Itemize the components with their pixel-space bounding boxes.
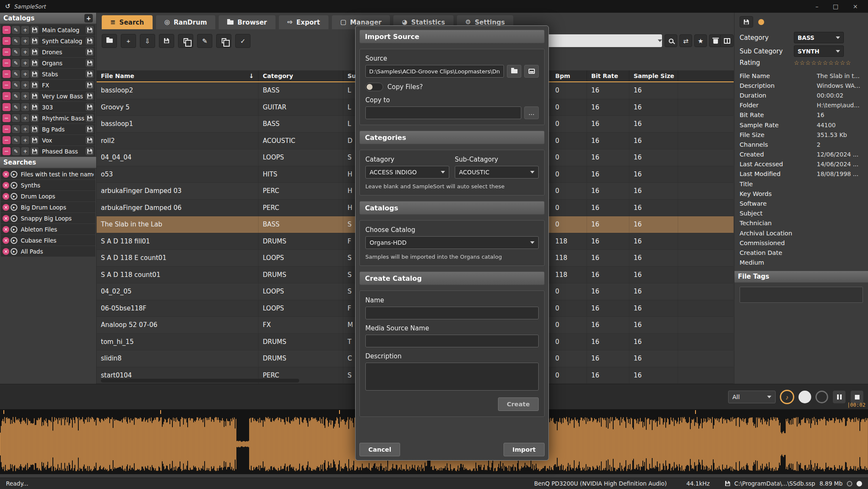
column-header-bitrate[interactable]: Bit Rate — [587, 70, 629, 81]
file-tags-box[interactable] — [740, 287, 863, 303]
saved-search-item[interactable]: ×▸Big Drum Loops — [1, 202, 95, 212]
catalog-export-icon[interactable] — [86, 125, 94, 133]
add-to-catalog-icon[interactable]: + — [21, 26, 29, 34]
catalog-item[interactable]: −✎+Vox — [1, 135, 95, 145]
edit-button[interactable]: ✎ — [197, 34, 212, 48]
dialog-subcategory-dropdown[interactable]: ACOUSTIC — [455, 166, 539, 179]
run-search-icon[interactable]: ▸ — [11, 248, 17, 255]
edit-catalog-icon[interactable]: ✎ — [12, 136, 20, 144]
catalog-export-icon[interactable] — [86, 26, 94, 34]
copy-to-browse-button[interactable]: … — [524, 106, 539, 119]
edit-catalog-icon[interactable]: ✎ — [12, 26, 20, 34]
add-to-catalog-icon[interactable]: + — [21, 114, 29, 122]
add-catalog-button[interactable]: + — [84, 14, 93, 22]
remove-catalog-icon[interactable]: − — [3, 125, 11, 133]
close-button[interactable]: × — [853, 3, 858, 10]
add-to-catalog-icon[interactable]: + — [21, 136, 29, 144]
save-catalog-icon[interactable] — [31, 103, 39, 111]
add-to-catalog-icon[interactable]: + — [21, 125, 29, 133]
catalog-export-icon[interactable] — [86, 59, 94, 67]
catalog-item[interactable]: −✎+Very Low Bass — [1, 91, 95, 101]
description-textarea[interactable] — [365, 363, 539, 391]
save-catalog-icon[interactable] — [31, 48, 39, 56]
tab-export[interactable]: ⇨Export — [279, 15, 328, 29]
rating-stars[interactable]: ☆☆☆☆☆☆☆☆☆☆ — [794, 59, 851, 66]
save-catalog-icon[interactable] — [31, 26, 39, 34]
remove-catalog-icon[interactable]: − — [3, 103, 11, 111]
run-search-icon[interactable]: ▸ — [11, 226, 17, 233]
remove-catalog-icon[interactable]: − — [3, 59, 11, 67]
pause-button[interactable] — [832, 390, 846, 404]
edit-catalog-icon[interactable]: ✎ — [12, 103, 20, 111]
cancel-button[interactable]: Cancel — [359, 443, 400, 456]
media-source-input[interactable] — [365, 335, 539, 347]
run-search-icon[interactable]: ▸ — [11, 204, 17, 211]
tab-search[interactable]: ≡Search — [102, 15, 153, 29]
catalog-item[interactable]: −✎+Stabs — [1, 69, 95, 79]
copy-to-input[interactable] — [365, 106, 521, 119]
browse-drive-button[interactable] — [524, 65, 539, 78]
column-header-bpm[interactable]: Bpm — [551, 70, 587, 81]
columns-button[interactable] — [720, 34, 734, 47]
edit-catalog-icon[interactable]: ✎ — [12, 92, 20, 100]
save-catalog-icon[interactable] — [31, 81, 39, 89]
add-to-catalog-icon[interactable]: + — [21, 59, 29, 67]
column-header-file[interactable]: File Name↓ — [97, 70, 259, 81]
edit-catalog-icon[interactable]: ✎ — [12, 125, 20, 133]
add-to-catalog-icon[interactable]: + — [21, 147, 29, 155]
add-to-catalog-icon[interactable]: + — [21, 70, 29, 78]
remove-search-icon[interactable]: × — [3, 171, 9, 178]
new-button[interactable]: + — [121, 34, 136, 48]
save-catalog-icon[interactable] — [31, 136, 39, 144]
catalog-item[interactable]: −✎+Synth Catalog — [1, 36, 95, 46]
add-to-catalog-icon[interactable]: + — [21, 48, 29, 56]
remove-search-icon[interactable]: × — [3, 215, 9, 222]
saved-search-item[interactable]: ×▸Drum Loops — [1, 191, 95, 201]
edit-catalog-icon[interactable]: ✎ — [12, 114, 20, 122]
autoplay-speaker-button[interactable]: ♪ — [780, 390, 794, 404]
shuffle-button[interactable]: ⇄ — [679, 34, 692, 47]
catalog-export-icon[interactable] — [86, 103, 94, 111]
browse-folder-button[interactable] — [507, 65, 521, 78]
run-search-button[interactable] — [665, 34, 677, 47]
import-files-button[interactable]: ⇩ — [140, 34, 155, 48]
catalog-export-icon[interactable] — [86, 92, 94, 100]
catalog-item[interactable]: −✎+Rhythmic Bass — [1, 113, 95, 123]
catalog-export-icon[interactable] — [86, 136, 94, 144]
edit-catalog-icon[interactable]: ✎ — [12, 81, 20, 89]
run-search-icon[interactable]: ▸ — [11, 193, 17, 200]
edit-catalog-icon[interactable]: ✎ — [12, 59, 20, 67]
remove-search-icon[interactable]: × — [3, 226, 9, 233]
saved-search-item[interactable]: ×▸Cubase Files — [1, 235, 95, 246]
save-catalog-icon[interactable] — [31, 37, 39, 45]
copy-files-toggle[interactable] — [365, 83, 383, 91]
save-catalog-icon[interactable] — [31, 147, 39, 155]
save-details-button[interactable] — [740, 16, 753, 28]
remove-search-icon[interactable]: × — [3, 204, 9, 211]
tab-randrum[interactable]: ◎RanDrum — [156, 15, 216, 29]
add-to-catalog-icon[interactable]: + — [21, 37, 29, 45]
open-folder-button[interactable] — [102, 34, 117, 48]
search-history-dropdown[interactable] — [652, 34, 662, 47]
save-catalog-icon[interactable] — [31, 125, 39, 133]
saved-search-item[interactable]: ×▸Ableton Files — [1, 224, 95, 235]
catalog-export-icon[interactable] — [86, 81, 94, 89]
remove-search-icon[interactable]: × — [3, 193, 9, 200]
remove-catalog-icon[interactable]: − — [3, 37, 11, 45]
remove-catalog-icon[interactable]: − — [3, 92, 11, 100]
run-search-icon[interactable]: ▸ — [11, 182, 17, 189]
catalog-item[interactable]: −✎+FX — [1, 80, 95, 90]
favorite-button[interactable]: ★ — [694, 34, 707, 47]
catalog-item[interactable]: −✎+Drones — [1, 47, 95, 57]
catalog-item[interactable]: −✎+Bg Pads — [1, 124, 95, 134]
catalog-item[interactable]: −✎+Main Catalog — [1, 25, 95, 35]
edit-catalog-icon[interactable]: ✎ — [12, 48, 20, 56]
source-path-input[interactable] — [365, 65, 504, 78]
remove-catalog-icon[interactable]: − — [3, 136, 11, 144]
maximize-button[interactable]: □ — [833, 3, 838, 10]
import-button[interactable]: Import — [504, 443, 545, 456]
remove-catalog-icon[interactable]: − — [3, 81, 11, 89]
remove-search-icon[interactable]: × — [3, 237, 9, 244]
catalog-item[interactable]: −✎+303 — [1, 102, 95, 112]
save-button[interactable] — [159, 34, 174, 48]
